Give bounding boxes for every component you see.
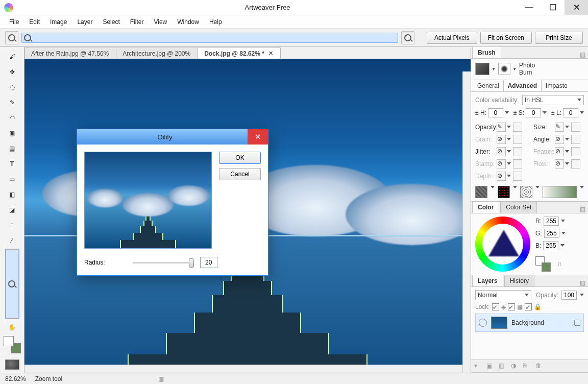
zoom-mode-out-icon[interactable] [401, 31, 414, 44]
dropdown-icon[interactable]: ▾ [513, 66, 516, 71]
color-tab[interactable]: Color [472, 201, 499, 213]
chevron-down-icon[interactable] [565, 138, 569, 140]
menu-view[interactable]: View [149, 16, 172, 28]
expr-icon[interactable]: ⊘ [555, 159, 564, 169]
toggle-icon[interactable] [571, 159, 580, 169]
color-wheel[interactable] [475, 217, 530, 272]
history-tab[interactable]: History [504, 275, 534, 286]
toggle-icon[interactable] [571, 147, 580, 156]
pattern-icon[interactable] [520, 186, 532, 198]
fill-tool-icon[interactable]: ▭ [6, 173, 19, 186]
zoom-tool-icon[interactable] [6, 249, 19, 319]
brush-tool-icon[interactable]: 🖌 [6, 50, 19, 63]
chevron-down-icon[interactable] [565, 162, 569, 165]
chevron-down-icon[interactable] [561, 232, 566, 234]
close-tab-icon[interactable]: ✕ [268, 50, 273, 57]
menu-select[interactable]: Select [97, 16, 125, 28]
new-layer-icon[interactable]: ▣ [486, 362, 495, 370]
expr-icon[interactable]: ⊘ [555, 135, 564, 144]
expr-icon[interactable]: ⊘ [497, 147, 506, 156]
rgb-r-input[interactable] [544, 217, 559, 226]
panel-menu-icon[interactable]: ▥ [579, 206, 588, 213]
chevron-down-icon[interactable] [543, 111, 547, 114]
layer-visibility-icon[interactable] [479, 319, 487, 327]
color-set-tab[interactable]: Color Set [500, 201, 537, 213]
menu-window[interactable]: Window [172, 16, 204, 28]
layer-row[interactable]: Background [475, 314, 584, 332]
menu-edit[interactable]: Edit [24, 16, 45, 28]
lock-all-check[interactable]: ✔ [525, 303, 532, 310]
chevron-down-icon[interactable] [491, 186, 495, 188]
toggle-icon[interactable] [571, 135, 580, 144]
lasso-tool-icon[interactable]: ◌ [6, 81, 19, 94]
expr-icon[interactable]: ⊘ [497, 135, 506, 144]
add-color-icon[interactable]: ⎍ [558, 260, 561, 268]
chevron-down-icon[interactable] [565, 150, 569, 153]
gradient-tool-icon[interactable]: ◧ [6, 188, 19, 201]
layer-opacity-input[interactable] [561, 291, 577, 300]
window-close-button[interactable]: ✕ [565, 0, 588, 15]
layer-menu-icon[interactable]: ▾ [474, 362, 482, 370]
chevron-down-icon[interactable] [561, 220, 565, 222]
radius-input[interactable] [200, 257, 217, 268]
brush-panel-tab[interactable]: Brush [472, 46, 501, 58]
stamp-tool-icon[interactable]: ⎍ [6, 219, 19, 232]
dialog-ok-button[interactable]: OK [219, 152, 261, 164]
toggle-icon[interactable] [513, 172, 522, 181]
menu-help[interactable]: Help [204, 16, 227, 28]
layers-tab[interactable]: Layers [472, 275, 503, 286]
gradient-swatch[interactable] [543, 186, 577, 198]
color-swatches[interactable] [4, 336, 21, 353]
expr-icon[interactable]: ⊘ [497, 159, 506, 169]
menu-image[interactable]: Image [45, 16, 72, 28]
menu-file[interactable]: File [4, 16, 24, 28]
horizontal-scrollbar[interactable] [24, 365, 462, 373]
toggle-icon[interactable] [571, 123, 580, 132]
hsl-h-input[interactable] [488, 108, 503, 117]
chevron-down-icon[interactable] [505, 111, 509, 114]
window-minimize-button[interactable]: — [518, 0, 541, 15]
chevron-down-icon[interactable] [535, 186, 540, 188]
menu-layer[interactable]: Layer [72, 16, 97, 28]
move-tool-icon[interactable]: ✥ [6, 65, 19, 79]
chevron-down-icon[interactable] [507, 162, 511, 165]
dialog-cancel-button[interactable]: Cancel [219, 168, 261, 180]
expr-icon[interactable]: ✎ [555, 123, 564, 132]
chevron-down-icon[interactable] [565, 126, 569, 128]
pen-tool-icon[interactable]: ✎ [6, 96, 19, 109]
perspective-tool-icon[interactable]: ▤ [6, 142, 19, 155]
window-maximize-button[interactable]: ☐ [541, 0, 565, 15]
brush-subtab-general[interactable]: General [473, 80, 503, 91]
expr-icon[interactable]: ✎ [497, 123, 506, 132]
brush-subtab-impasto[interactable]: Impasto [542, 80, 572, 91]
delete-layer-icon[interactable]: 🗑 [535, 362, 544, 370]
filter-preview[interactable] [84, 152, 212, 249]
chevron-down-icon[interactable] [507, 126, 511, 128]
status-handle-icon[interactable]: ▥ [158, 375, 164, 382]
blend-mode-select[interactable]: Normal [475, 290, 531, 300]
duplicate-layer-icon[interactable]: ⎘ [523, 362, 531, 370]
zoom-mode-in-icon[interactable] [21, 33, 398, 43]
doc-tab[interactable]: After the Rain.jpg @ 47.56% [24, 47, 116, 59]
zoom-mode-normal-icon[interactable] [5, 31, 18, 44]
crop-tool-icon[interactable]: ▣ [6, 127, 19, 140]
brush-subtab-advanced[interactable]: Advanced [503, 80, 542, 91]
rgb-b-input[interactable] [543, 241, 558, 250]
panel-menu-icon[interactable]: ▥ [579, 279, 588, 286]
add-mask-icon[interactable]: ◑ [511, 362, 519, 370]
chevron-down-icon[interactable] [580, 186, 584, 188]
texture-thumb-icon[interactable] [5, 359, 19, 370]
lock-pixels-check[interactable]: ✔ [508, 303, 515, 310]
hand-tool-icon[interactable]: ✋ [6, 321, 19, 334]
fit-on-screen-button[interactable]: Fit on Screen [480, 32, 532, 44]
shape-tool-icon[interactable]: ◠ [6, 111, 19, 125]
actual-pixels-button[interactable]: Actual Pixels [427, 32, 477, 44]
chevron-down-icon[interactable] [580, 294, 584, 296]
brush-tip-icon[interactable] [498, 63, 510, 75]
eraser-tool-icon[interactable]: ◪ [6, 203, 19, 217]
chevron-down-icon[interactable] [513, 186, 517, 188]
paper-texture-icon[interactable] [475, 186, 487, 198]
foreground-color-swatch[interactable] [4, 336, 14, 346]
text-tool-icon[interactable]: T [6, 157, 19, 171]
doc-tab[interactable]: Dock.jpg @ 82.62% *✕ [198, 47, 281, 59]
